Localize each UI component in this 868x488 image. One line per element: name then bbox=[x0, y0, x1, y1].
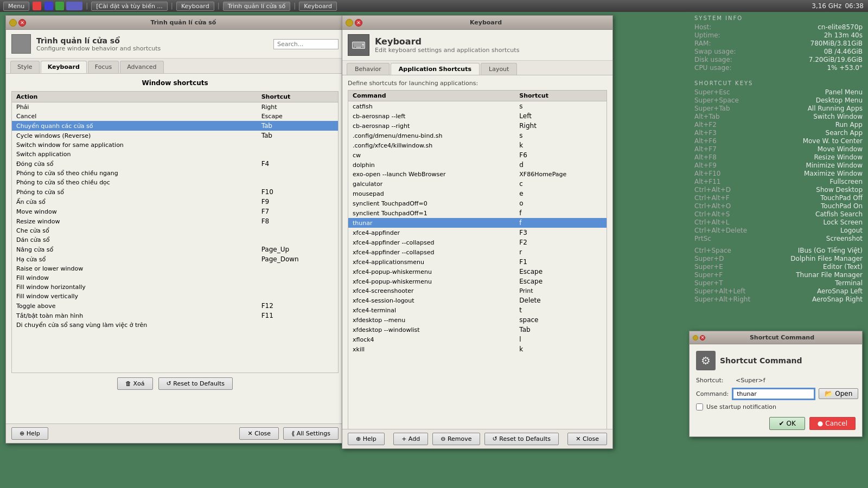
taskbar-window-btn2[interactable]: Keyboard bbox=[176, 2, 214, 11]
wm-tab-style[interactable]: Style bbox=[10, 61, 40, 73]
table-row[interactable]: xfce4-appfinderF3 bbox=[348, 228, 607, 237]
table-row[interactable]: galculatorc bbox=[348, 179, 607, 189]
wm-tab-focus[interactable]: Focus bbox=[88, 61, 119, 73]
table-row[interactable]: PhảiRight bbox=[12, 102, 338, 112]
sc-min-btn[interactable] bbox=[693, 335, 698, 341]
table-row[interactable]: xflock4l bbox=[348, 335, 607, 344]
table-row[interactable]: Ẩn cửa sổF9 bbox=[12, 197, 338, 207]
table-row[interactable]: Switch window for same application bbox=[12, 140, 338, 150]
table-row[interactable]: xfce4-applicationsmenuF1 bbox=[348, 257, 607, 267]
table-row[interactable]: Di chuyển cửa sổ sang vùng làm việc ở tr… bbox=[12, 320, 338, 330]
table-row[interactable]: Resize windowF8 bbox=[12, 216, 338, 226]
table-row[interactable]: Fill window bbox=[12, 273, 338, 282]
table-row[interactable]: exo-open --launch WebBrowserXF86HomePage bbox=[348, 170, 607, 179]
table-row[interactable]: mousepade bbox=[348, 189, 607, 198]
wm-help-btn[interactable]: ⊕ Help bbox=[11, 427, 48, 440]
wm-allsettings-btn[interactable]: ⟪ All Settings bbox=[283, 427, 339, 440]
table-row[interactable]: Chuyển quanh các cửa sốTab bbox=[12, 121, 338, 131]
kb-tab-layout[interactable]: Layout bbox=[481, 63, 517, 75]
table-row[interactable]: Dán cửa sổ bbox=[12, 235, 338, 245]
table-row[interactable]: Tắt/bật toàn màn hìnhF11 bbox=[12, 311, 338, 320]
shortcut-row: Super+TTerminal bbox=[694, 279, 863, 287]
wm-tab-advanced[interactable]: Advanced bbox=[120, 61, 163, 73]
table-row[interactable]: Raise or lower window bbox=[12, 264, 338, 273]
table-row[interactable]: Nâng cửa sổPage_Up bbox=[12, 245, 338, 254]
table-row[interactable]: CancelEscape bbox=[12, 112, 338, 121]
shortcut-desc: Run App bbox=[835, 121, 863, 129]
table-row[interactable]: catfishs bbox=[348, 101, 607, 112]
table-row[interactable]: xfce4-popup-whiskermenuEscape bbox=[348, 267, 607, 277]
shortcut-row: Ctrl+Alt+FTouchPad Off bbox=[694, 194, 863, 202]
sc-open-btn[interactable]: 📂 Open bbox=[819, 388, 858, 399]
wm-header-text: Trình quản lí cửa sổ Configure window be… bbox=[36, 36, 161, 52]
table-row[interactable]: Phóng to cửa sổ theo chiều ngang bbox=[12, 169, 338, 178]
table-row[interactable]: .config/dmenu/dmenu-bind.shs bbox=[348, 131, 607, 140]
action-cell: Ẩn cửa sổ bbox=[12, 197, 257, 207]
sc-shortcut-label: Shortcut: bbox=[696, 377, 731, 384]
sc-ok-btn[interactable]: ✔ OK bbox=[769, 417, 805, 430]
command-cell: xfce4-terminal bbox=[348, 305, 515, 315]
kb-add-btn[interactable]: + Add bbox=[393, 433, 428, 445]
kb-close-footer-btn[interactable]: ✕ Close bbox=[567, 433, 607, 445]
table-row[interactable]: xfce4-screenshooterPrint bbox=[348, 286, 607, 296]
kb-min-btn[interactable] bbox=[346, 19, 353, 27]
wm-close-footer-btn[interactable]: ✕ Close bbox=[239, 427, 279, 440]
table-row[interactable]: Phóng to cửa sổF10 bbox=[12, 187, 338, 197]
sc-close-btn[interactable]: ✕ bbox=[700, 335, 705, 341]
wm-close-btn[interactable]: ✕ bbox=[18, 19, 26, 27]
table-row[interactable]: thunarf bbox=[348, 218, 607, 228]
wm-tabs: Style Keyboard Focus Advanced bbox=[6, 59, 344, 74]
table-row[interactable]: cb-aerosnap --rightRight bbox=[348, 121, 607, 131]
taskbar-window-btn3[interactable]: Trình quản lí cửa số bbox=[223, 2, 291, 11]
table-row[interactable]: synclient TouchpadOff=0o bbox=[348, 198, 607, 208]
table-row[interactable]: Phóng to cửa sổ theo chiều dọc bbox=[12, 178, 338, 187]
table-row[interactable]: xfce4-popup-whiskermenuEscape bbox=[348, 277, 607, 286]
table-row[interactable]: Cycle windows (Reverse)Tab bbox=[12, 131, 338, 140]
table-row[interactable]: cb-aerosnap --leftLeft bbox=[348, 111, 607, 121]
table-row[interactable]: synclient TouchpadOff=1f bbox=[348, 208, 607, 218]
wm-shortcuts-scroll[interactable]: Action Shortcut PhảiRightCancelEscapeChu… bbox=[11, 91, 339, 373]
wm-search-input[interactable] bbox=[273, 39, 339, 49]
table-row[interactable]: Đóng cửa sổF4 bbox=[12, 159, 338, 169]
shortcut-cell: t bbox=[515, 305, 607, 315]
kb-remove-btn[interactable]: ⊖ Remove bbox=[432, 433, 480, 445]
taskbar-window-btn4[interactable]: Keyboard bbox=[299, 2, 337, 11]
kb-tab-behavior[interactable]: Behavior bbox=[347, 63, 390, 75]
kb-close-btn[interactable]: ✕ bbox=[355, 19, 362, 27]
sc-command-input[interactable] bbox=[733, 389, 814, 399]
wm-reset-btn[interactable]: ↺ Reset to Defaults bbox=[158, 377, 233, 390]
taskbar-window-btn1[interactable]: [Cài đặt và tùy biến ... bbox=[91, 2, 168, 11]
sc-content: ⚙ Shortcut Command Shortcut: <Super>f Co… bbox=[690, 344, 862, 436]
table-row[interactable]: Che cửa sổ bbox=[12, 226, 338, 235]
table-row[interactable]: xfdesktop --menuspace bbox=[348, 315, 607, 325]
kb-window: ✕ Keyboard ⌨ Keyboard Edit keyboard sett… bbox=[342, 15, 613, 449]
table-row[interactable]: xfce4-appfinder --collapsedr bbox=[348, 247, 607, 257]
sc-startup-checkbox[interactable] bbox=[696, 403, 703, 410]
table-row[interactable]: Toggle aboveF12 bbox=[12, 301, 338, 311]
table-row[interactable]: xkillk bbox=[348, 344, 607, 354]
taskbar-menu-btn[interactable]: Menu bbox=[3, 2, 29, 11]
table-row[interactable]: Hạ cửa sổPage_Down bbox=[12, 254, 338, 264]
app-shortcuts-scroll[interactable]: Command Shortcut catfishscb-aerosnap --l… bbox=[348, 90, 607, 437]
table-row[interactable]: cwF6 bbox=[348, 150, 607, 160]
kb-reset-btn[interactable]: ↺ Reset to Defaults bbox=[484, 433, 559, 445]
sysinfo-label: Host: bbox=[694, 23, 711, 31]
table-row[interactable]: xfce4-terminalt bbox=[348, 305, 607, 315]
sc-cancel-btn[interactable]: ● Cancel bbox=[809, 417, 856, 430]
table-row[interactable]: .config/xfce4/killwindow.shk bbox=[348, 140, 607, 150]
table-row[interactable]: xfdesktop --windowlistTab bbox=[348, 325, 607, 335]
table-row[interactable]: Fill window vertically bbox=[12, 292, 338, 301]
shortcut-row: Alt+F9Minimize Window bbox=[694, 162, 863, 169]
wm-delete-btn[interactable]: 🗑 Xoá bbox=[117, 377, 153, 390]
table-row[interactable]: Move windowF7 bbox=[12, 207, 338, 216]
wm-min-btn[interactable] bbox=[9, 19, 17, 27]
table-row[interactable]: dolphind bbox=[348, 160, 607, 170]
kb-tab-appshortcuts[interactable]: Application Shortcuts bbox=[391, 63, 480, 75]
table-row[interactable]: Fill window horizontally bbox=[12, 282, 338, 292]
table-row[interactable]: xfce4-session-logoutDelete bbox=[348, 296, 607, 305]
kb-help-btn[interactable]: ⊕ Help bbox=[348, 433, 385, 445]
shortcut-cell: s bbox=[515, 101, 607, 112]
wm-tab-keyboard[interactable]: Keyboard bbox=[41, 61, 87, 73]
table-row[interactable]: Switch application bbox=[12, 150, 338, 159]
table-row[interactable]: xfce4-appfinder --collapsedF2 bbox=[348, 237, 607, 247]
